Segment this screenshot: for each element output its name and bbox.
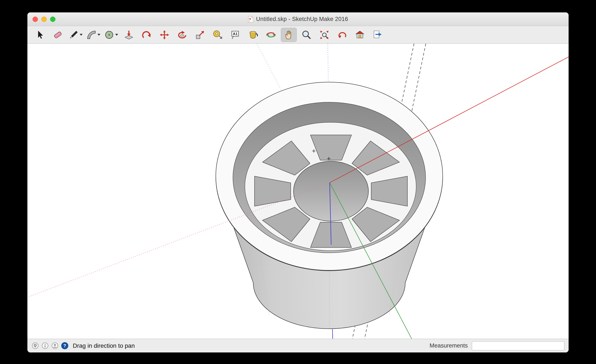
send-to-layout-icon (372, 30, 383, 40)
circle-icon (104, 30, 114, 40)
window-title: Untitled.skp - SketchUp Make 2016 (256, 16, 348, 22)
text-icon-label: A1 (233, 31, 238, 36)
text-tool-button[interactable]: A1 (228, 28, 243, 42)
status-bar: ? Drag in direction to pan Measurements (27, 339, 569, 352)
zoom-tool-button[interactable] (299, 28, 314, 42)
line-icon (68, 30, 79, 40)
minimize-button[interactable] (41, 16, 47, 22)
scale-tool-button[interactable] (192, 28, 208, 42)
move-icon (159, 30, 170, 40)
blue-axis-solid-lower (332, 329, 333, 339)
measurements-input[interactable] (472, 341, 564, 350)
title-area: Untitled.skp - SketchUp Make 2016 (248, 16, 348, 22)
user-icon[interactable] (51, 342, 59, 349)
follow-me-tool-button[interactable] (139, 28, 155, 42)
follow-me-icon (142, 30, 152, 40)
circle-tool-button[interactable] (103, 28, 119, 42)
geolocation-icon[interactable] (32, 342, 39, 349)
pan-hand-icon (284, 30, 294, 40)
window-controls (33, 16, 55, 22)
sketchup-window: Untitled.skp - SketchUp Make 2016 (27, 12, 569, 352)
document-icon (248, 16, 253, 22)
measurements-label: Measurements (429, 342, 468, 349)
push-pull-icon (124, 30, 134, 40)
scene-svg (27, 44, 569, 339)
rotate-icon (177, 30, 187, 40)
toolbar: A1 (27, 26, 569, 44)
previous-view-icon (337, 30, 347, 40)
push-pull-tool-button[interactable] (121, 28, 137, 42)
orbit-icon (266, 30, 276, 40)
text-icon: A1 (230, 30, 241, 40)
drawing-viewport[interactable] (27, 44, 569, 339)
close-button[interactable] (33, 16, 38, 22)
center-bore (293, 161, 368, 221)
zoom-icon (301, 30, 312, 40)
tape-measure-icon (213, 30, 223, 40)
zoom-extents-button[interactable] (316, 28, 332, 42)
send-to-layout-button[interactable] (370, 28, 386, 42)
zoom-window-button[interactable] (50, 16, 55, 22)
get-models-button[interactable] (352, 28, 368, 42)
get-models-icon (355, 30, 365, 40)
orbit-tool-button[interactable] (263, 28, 279, 42)
eraser-icon (53, 30, 63, 40)
zoom-extents-icon (319, 30, 329, 40)
line-tool-dropdown-caret[interactable] (80, 34, 83, 36)
arc-icon (86, 30, 97, 40)
line-tool-button[interactable] (68, 28, 83, 42)
rotate-tool-button[interactable] (174, 28, 190, 42)
help-icon[interactable]: ? (61, 342, 68, 349)
select-icon (35, 30, 45, 40)
previous-view-button[interactable] (334, 28, 350, 42)
eraser-tool-button[interactable] (50, 28, 66, 42)
credits-icon[interactable] (42, 342, 49, 349)
scale-icon (195, 30, 205, 40)
pan-tool-button[interactable] (281, 28, 297, 42)
select-tool-button[interactable] (32, 28, 48, 42)
tape-measure-tool-button[interactable] (210, 28, 226, 42)
cylinder-model[interactable] (216, 82, 443, 329)
paint-bucket-tool-button[interactable] (245, 28, 261, 42)
arc-tool-dropdown-caret[interactable] (97, 34, 100, 36)
status-hint-text: Drag in direction to pan (73, 342, 135, 349)
paint-bucket-icon (248, 30, 258, 40)
title-bar: Untitled.skp - SketchUp Make 2016 (27, 12, 569, 26)
circle-tool-dropdown-caret[interactable] (115, 34, 118, 36)
arc-tool-button[interactable] (85, 28, 101, 42)
move-tool-button[interactable] (156, 28, 172, 42)
